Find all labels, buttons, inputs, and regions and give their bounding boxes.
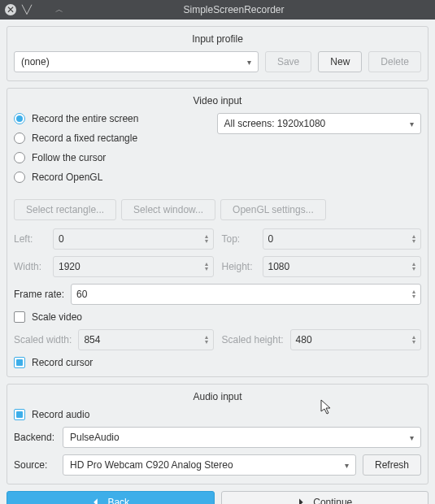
radio-label: Record the entire screen bbox=[32, 113, 138, 124]
checkbox-icon bbox=[14, 409, 25, 420]
arrow-left-icon: 🞀 bbox=[91, 497, 101, 504]
width-label: Width: bbox=[14, 261, 46, 272]
width-input: 1920▴▾ bbox=[53, 256, 214, 277]
record-cursor-checkbox[interactable]: Record cursor bbox=[14, 357, 93, 368]
chevron-down-icon: ▾ bbox=[345, 461, 349, 470]
backend-select-value: PulseAudio bbox=[70, 432, 120, 443]
height-input: 1080▴▾ bbox=[263, 256, 422, 277]
profile-select-value: (none) bbox=[21, 56, 50, 67]
radio-icon bbox=[14, 113, 25, 124]
record-audio-checkbox[interactable]: Record audio bbox=[14, 409, 89, 420]
back-label: Back bbox=[107, 497, 129, 504]
frame-rate-input[interactable]: 60▴▾ bbox=[71, 284, 421, 305]
checkbox-icon bbox=[14, 357, 25, 368]
frame-rate-label: Frame rate: bbox=[14, 289, 64, 300]
video-input-group: Video input Record the entire screen Rec… bbox=[7, 88, 428, 377]
audio-input-title: Audio input bbox=[14, 389, 421, 409]
chevron-down-icon: ▾ bbox=[410, 433, 414, 442]
radio-icon bbox=[14, 172, 25, 183]
delete-button: Delete bbox=[368, 51, 421, 72]
input-profile-group: Input profile (none) ▾ Save New Delete bbox=[7, 26, 428, 81]
new-button[interactable]: New bbox=[318, 51, 362, 72]
radio-label: Record OpenGL bbox=[32, 172, 102, 183]
checkbox-label: Record cursor bbox=[32, 357, 93, 368]
checkbox-label: Record audio bbox=[32, 409, 89, 420]
radio-icon bbox=[14, 152, 25, 163]
radio-record-opengl[interactable]: Record OpenGL bbox=[14, 172, 204, 183]
stepper-icon: ▴▾ bbox=[412, 262, 415, 272]
radio-label: Record a fixed rectangle bbox=[32, 133, 137, 144]
radio-icon bbox=[14, 133, 25, 144]
stepper-icon: ▴▾ bbox=[205, 335, 208, 345]
radio-record-entire[interactable]: Record the entire screen bbox=[14, 113, 204, 124]
stepper-icon: ▴▾ bbox=[205, 262, 208, 272]
save-button: Save bbox=[265, 51, 311, 72]
arrow-right-icon: 🞂 bbox=[297, 497, 307, 504]
minimize-icon[interactable]: ╲╱ bbox=[21, 4, 33, 15]
source-select[interactable]: HD Pro Webcam C920 Analog Stereo ▾ bbox=[63, 454, 356, 476]
opengl-settings-button: OpenGL settings... bbox=[220, 199, 326, 220]
source-label: Source: bbox=[14, 459, 56, 471]
select-window-button: Select window... bbox=[121, 199, 215, 220]
stepper-icon: ▴▾ bbox=[412, 335, 415, 345]
top-input: 0▴▾ bbox=[263, 228, 422, 250]
titlebar: ✕ ╲╱ ︿ SimpleScreenRecorder bbox=[0, 0, 435, 20]
stepper-icon: ▴▾ bbox=[205, 234, 208, 244]
back-button[interactable]: 🞀 Back bbox=[7, 491, 215, 504]
backend-select[interactable]: PulseAudio ▾ bbox=[63, 427, 421, 448]
continue-button[interactable]: 🞂 Continue bbox=[221, 491, 429, 504]
scaled-height-label: Scaled height: bbox=[222, 334, 284, 345]
top-label: Top: bbox=[222, 233, 256, 245]
height-label: Height: bbox=[222, 261, 256, 272]
audio-input-group: Audio input Record audio Backend: PulseA… bbox=[7, 384, 428, 484]
scaled-width-label: Scaled width: bbox=[14, 334, 72, 345]
radio-label: Follow the cursor bbox=[32, 152, 106, 163]
checkbox-icon bbox=[14, 311, 25, 323]
scaled-height-input: 480▴▾ bbox=[290, 329, 421, 350]
left-input: 0▴▾ bbox=[53, 228, 214, 250]
window-title: SimpleScreenRecorder bbox=[37, 4, 430, 15]
input-profile-title: Input profile bbox=[14, 32, 421, 51]
stepper-icon[interactable]: ▴▾ bbox=[412, 289, 415, 299]
left-label: Left: bbox=[14, 233, 46, 245]
scaled-width-input: 854▴▾ bbox=[78, 329, 213, 350]
backend-label: Backend: bbox=[14, 432, 56, 443]
scale-video-checkbox[interactable]: Scale video bbox=[14, 311, 82, 323]
screen-select-value: All screens: 1920x1080 bbox=[224, 118, 326, 129]
checkbox-label: Scale video bbox=[32, 311, 82, 323]
refresh-button[interactable]: Refresh bbox=[363, 454, 421, 476]
source-select-value: HD Pro Webcam C920 Analog Stereo bbox=[70, 459, 233, 471]
video-input-title: Video input bbox=[14, 93, 421, 113]
stepper-icon: ▴▾ bbox=[412, 234, 415, 244]
chevron-down-icon: ▾ bbox=[247, 58, 251, 67]
select-rectangle-button: Select rectangle... bbox=[14, 199, 116, 220]
profile-select[interactable]: (none) ▾ bbox=[14, 51, 259, 72]
close-icon[interactable]: ✕ bbox=[5, 4, 16, 15]
radio-record-fixed[interactable]: Record a fixed rectangle bbox=[14, 133, 204, 144]
continue-label: Continue bbox=[313, 497, 352, 504]
screen-select[interactable]: All screens: 1920x1080 ▾ bbox=[217, 113, 422, 134]
radio-follow-cursor[interactable]: Follow the cursor bbox=[14, 152, 204, 163]
chevron-down-icon: ▾ bbox=[410, 119, 414, 128]
